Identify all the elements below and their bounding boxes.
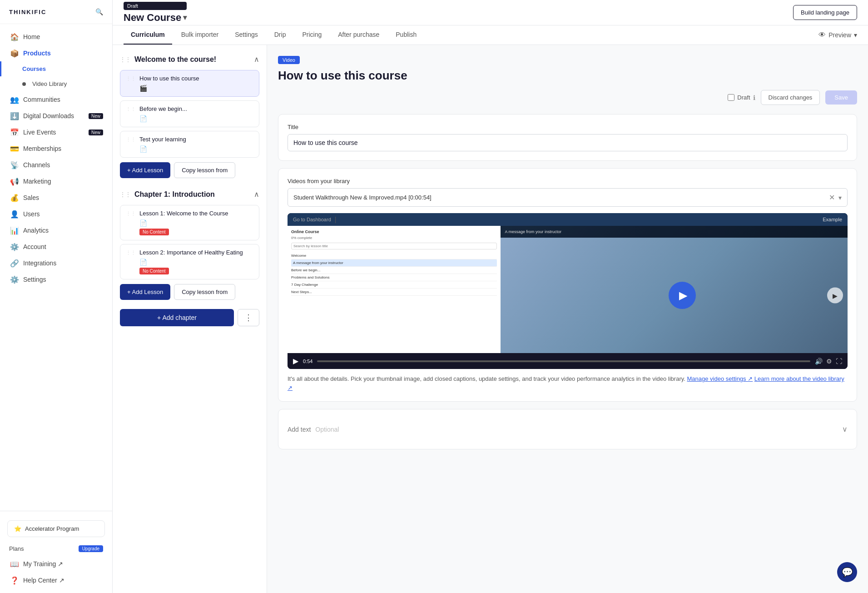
top-bar: Draft New Course ▾ Build landing page [113, 0, 868, 25]
build-landing-button[interactable]: Build landing page [793, 5, 857, 20]
chevron-down-icon[interactable]: ▾ [183, 13, 187, 22]
draft-checkbox[interactable] [728, 94, 734, 101]
lesson-search-input[interactable] [291, 243, 497, 249]
lesson-card-before-we-begin[interactable]: ⋮⋮ Before we begin... 📄 [120, 100, 259, 127]
lesson-drag-icon: ⋮⋮ [126, 137, 136, 143]
draft-badge: Draft [124, 2, 187, 10]
video-progress-bar[interactable] [317, 360, 810, 362]
tab-curriculum[interactable]: Curriculum [124, 25, 172, 45]
products-icon: 📦 [10, 49, 19, 57]
sidebar-item-sales[interactable]: 💰 Sales [0, 189, 112, 206]
lesson-card-healthy-eating[interactable]: ⋮⋮ Lesson 2: Importance of Healthy Eatin… [120, 244, 259, 279]
lesson-card-welcome-to-course[interactable]: ⋮⋮ Lesson 1: Welcome to the Course 📄 No … [120, 205, 259, 240]
go-to-dashboard-link[interactable]: Go to Dashboard [293, 217, 331, 222]
sidebar-item-digital-downloads[interactable]: ⬇️ Digital Downloads New [0, 108, 112, 124]
accelerator-program-btn[interactable]: ⭐ Accelerator Program [7, 520, 105, 537]
title-input[interactable] [288, 134, 848, 151]
play-button[interactable]: ▶ [669, 282, 696, 309]
sidebar-label-marketing: Marketing [23, 178, 51, 185]
sidebar-item-help-center[interactable]: ❓ Help Center ↗ [0, 572, 112, 588]
marketing-icon: 📢 [10, 177, 19, 185]
more-options-btn[interactable]: ⋮ [238, 309, 259, 326]
tab-drip[interactable]: Drip [267, 25, 293, 45]
video-select-row[interactable]: Student Walkthrough New & Improved.mp4 [… [288, 188, 848, 207]
sidebar-item-products[interactable]: 📦 Products [0, 45, 112, 61]
sidebar-label-account: Account [23, 243, 46, 250]
sidebar-label-analytics: Analytics [23, 227, 49, 234]
manage-video-settings-link[interactable]: Manage video settings ↗ [687, 375, 753, 382]
sidebar-item-courses[interactable]: Courses [0, 61, 112, 76]
content-area: ⋮⋮ Welcome to the course! ∧ ⋮⋮ How to us… [113, 45, 868, 593]
sidebar-next: Next Steps... [291, 289, 497, 296]
search-icon[interactable]: 🔍 [95, 8, 103, 15]
sidebar-item-channels[interactable]: 📡 Channels [0, 157, 112, 173]
chat-bubble[interactable]: 💬 [837, 562, 857, 582]
save-btn[interactable]: Save [825, 90, 857, 105]
add-lesson-btn-ch1[interactable]: + Add Lesson [120, 162, 170, 178]
tab-preview[interactable]: 👁 Preview ▾ [818, 25, 857, 45]
add-chapter-btn[interactable]: + Add chapter [120, 309, 234, 326]
sidebar-item-integrations[interactable]: 🔗 Integrations [0, 255, 112, 271]
sidebar-welcome: Welcome [291, 252, 497, 259]
chapter-collapse-btn[interactable]: ∧ [254, 55, 259, 64]
sidebar-item-marketing[interactable]: 📢 Marketing [0, 173, 112, 189]
chapter2-actions: + Add Lesson Copy lesson from [120, 284, 259, 300]
add-text-row[interactable]: Add text Optional ∨ [288, 419, 848, 440]
accelerator-label: Accelerator Program [25, 525, 79, 532]
copy-lesson-btn-ch1[interactable]: Copy lesson from [174, 162, 235, 178]
example-label: Example [823, 217, 842, 222]
video-sidebar-mockup: Online Course 0% complete Welcome A mess… [288, 226, 501, 353]
settings-icon: ⚙️ [10, 275, 19, 284]
preview-label: Preview [828, 31, 851, 39]
tab-settings[interactable]: Settings [228, 25, 265, 45]
eye-icon: 👁 [818, 31, 826, 39]
sidebar-label-products: Products [23, 50, 51, 57]
tab-after-purchase[interactable]: After purchase [331, 25, 387, 45]
clear-video-icon[interactable]: ✕ [829, 193, 835, 202]
channels-icon: 📡 [10, 161, 19, 169]
sidebar-item-communities[interactable]: 👥 Communities [0, 91, 112, 108]
info-icon[interactable]: ℹ [753, 94, 755, 101]
add-chapter-bar: + Add chapter ⋮ [120, 309, 259, 326]
play-control-icon[interactable]: ▶ [293, 357, 298, 365]
copy-lesson-btn-ch2[interactable]: Copy lesson from [174, 284, 235, 300]
sidebar-item-home[interactable]: 🏠 Home [0, 29, 112, 45]
settings-video-icon[interactable]: ⚙ [826, 358, 832, 365]
sidebar-item-video-library[interactable]: Video Library [0, 76, 112, 91]
sidebar-logo: THINKIFIC 🔍 [0, 0, 112, 24]
sidebar-item-my-training[interactable]: 📖 My Training ↗ [0, 556, 112, 572]
sidebar-item-analytics[interactable]: 📊 Analytics [0, 222, 112, 239]
add-text-card[interactable]: Add text Optional ∨ [278, 409, 857, 449]
sidebar-item-live-events[interactable]: 📅 Live Events New [0, 124, 112, 140]
sidebar-item-users[interactable]: 👤 Users [0, 206, 112, 222]
curriculum-panel: ⋮⋮ Welcome to the course! ∧ ⋮⋮ How to us… [113, 45, 267, 593]
video-badge: Video [278, 56, 300, 64]
sidebar-item-memberships[interactable]: 💳 Memberships [0, 140, 112, 157]
chapter-intro: ⋮⋮ Chapter 1: Introduction ∧ ⋮⋮ Lesson 1… [120, 187, 259, 300]
lesson-content: Lesson 1: Welcome to the Course 📄 No Con… [139, 210, 253, 235]
lesson-card-test-learning[interactable]: ⋮⋮ Test your learning 📄 [120, 131, 259, 158]
chapter-collapse-btn-2[interactable]: ∧ [254, 190, 259, 199]
mini-play-btn[interactable]: ▶ [827, 288, 843, 304]
fullscreen-icon[interactable]: ⛶ [836, 358, 842, 365]
lesson-card-how-to-use[interactable]: ⋮⋮ How to use this course 🎬 [120, 70, 259, 97]
tab-bulk-importer[interactable]: Bulk importer [174, 25, 226, 45]
integrations-icon: 🔗 [10, 259, 19, 267]
tab-pricing[interactable]: Pricing [295, 25, 329, 45]
expand-text-icon[interactable]: ∨ [842, 425, 848, 434]
video-dropdown-icon[interactable]: ▾ [838, 194, 842, 201]
tab-publish[interactable]: Publish [388, 25, 424, 45]
plans-row[interactable]: Plans Upgrade [0, 542, 112, 556]
title-label: Title [288, 124, 848, 130]
sidebar-problems: Problems and Solutions [291, 274, 497, 281]
course-title-text: New Course [124, 12, 181, 24]
sidebar-nav: 🏠 Home 📦 Products Courses Video Library … [0, 24, 112, 511]
discard-changes-btn[interactable]: Discard changes [761, 90, 820, 105]
course-title: New Course ▾ [124, 12, 187, 24]
sidebar-label-settings: Settings [23, 276, 46, 283]
sidebar-item-account[interactable]: ⚙️ Account [0, 239, 112, 255]
volume-icon[interactable]: 🔊 [815, 358, 823, 365]
upgrade-badge: Upgrade [79, 545, 103, 552]
add-lesson-btn-ch2[interactable]: + Add Lesson [120, 284, 170, 300]
sidebar-item-settings[interactable]: ⚙️ Settings [0, 271, 112, 288]
